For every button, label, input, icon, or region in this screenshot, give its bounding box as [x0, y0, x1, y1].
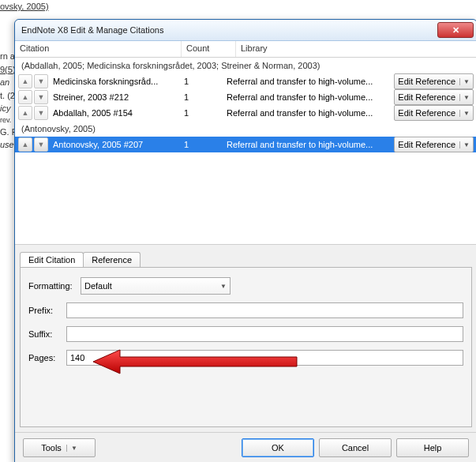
edit-panel: Edit Citation Reference Formatting: Defa… — [15, 245, 476, 432]
tab-reference[interactable]: Reference — [83, 252, 141, 267]
chevron-down-icon: ▼ — [459, 78, 470, 85]
move-up-button[interactable]: ▲ — [18, 106, 32, 120]
move-down-button[interactable]: ▼ — [34, 106, 48, 120]
arrow-down-icon: ▼ — [38, 93, 45, 101]
edit-citation-tabpanel: Formatting: Default ▼ Prefix: Suffix: Pa… — [20, 267, 472, 427]
col-citation[interactable]: Citation — [15, 41, 182, 57]
citation-row[interactable]: ▲ ▼ Medicinska forskningsråd... 1 Referr… — [15, 73, 476, 89]
arrow-up-icon: ▲ — [22, 109, 29, 117]
arrow-up-icon: ▲ — [22, 77, 29, 85]
arrow-down-icon: ▼ — [38, 109, 45, 117]
formatting-select[interactable]: Default ▼ — [81, 277, 231, 295]
chevron-down-icon: ▼ — [66, 445, 77, 452]
move-up-button[interactable]: ▲ — [18, 74, 32, 88]
window-title: EndNote X8 Edit & Manage Citations — [21, 25, 437, 35]
move-down-button[interactable]: ▼ — [34, 90, 48, 104]
edit-reference-button[interactable]: Edit Reference▼ — [394, 105, 474, 121]
button-bar: Tools▼ OK Cancel Help — [15, 432, 476, 462]
prefix-label: Prefix: — [28, 306, 66, 315]
tabstrip: Edit Citation Reference — [20, 250, 472, 267]
citation-count: 1 — [184, 77, 227, 86]
pages-label: Pages: — [28, 353, 66, 362]
close-icon: ✕ — [452, 25, 459, 36]
close-button[interactable]: ✕ — [437, 22, 474, 38]
citation-count: 1 — [184, 92, 227, 102]
arrow-down-icon: ▼ — [38, 141, 45, 148]
citation-row[interactable]: ▲ ▼ Antonovsky, 2005 #207 1 Referral and… — [15, 137, 476, 152]
column-headers: Citation Count Library — [15, 41, 476, 58]
citation-group-label: (Antonovsky, 2005) — [15, 121, 476, 137]
ok-button[interactable]: OK — [242, 438, 314, 457]
citation-library: Referral and transfer to high-volume... — [227, 77, 391, 86]
chevron-down-icon: ▼ — [220, 283, 227, 290]
arrow-down-icon: ▼ — [38, 77, 45, 85]
edit-reference-button[interactable]: Edit Reference▼ — [394, 89, 474, 105]
citation-count: 1 — [184, 140, 227, 149]
citation-count: 1 — [184, 108, 227, 118]
move-up-button[interactable]: ▲ — [18, 90, 32, 104]
col-library[interactable]: Library — [236, 41, 476, 57]
citation-text: Antonovsky, 2005 #207 — [53, 140, 184, 149]
chevron-down-icon: ▼ — [459, 94, 470, 101]
suffix-label: Suffix: — [28, 329, 66, 339]
citation-list: (Abdallah, 2005; Medicinska forskningsrå… — [15, 58, 476, 244]
edit-reference-button[interactable]: Edit Reference▼ — [394, 73, 474, 89]
formatting-value: Default — [84, 281, 112, 291]
edit-manage-citations-dialog: EndNote X8 Edit & Manage Citations ✕ Cit… — [14, 19, 476, 462]
col-count[interactable]: Count — [182, 41, 236, 57]
move-down-button[interactable]: ▼ — [34, 137, 48, 152]
chevron-down-icon: ▼ — [459, 141, 470, 148]
citation-group-label: (Abdallah, 2005; Medicinska forskningsrå… — [15, 58, 476, 73]
tools-button[interactable]: Tools▼ — [23, 438, 96, 457]
citation-row[interactable]: ▲ ▼ Abdallah, 2005 #154 1 Referral and t… — [15, 105, 476, 121]
citation-text: Abdallah, 2005 #154 — [53, 108, 184, 118]
tab-edit-citation[interactable]: Edit Citation — [20, 252, 84, 267]
edit-reference-button[interactable]: Edit Reference▼ — [394, 137, 474, 152]
pages-input[interactable] — [66, 350, 463, 366]
chevron-down-icon: ▼ — [459, 110, 470, 117]
citation-library: Referral and transfer to high-volume... — [227, 92, 391, 102]
citation-library: Referral and transfer to high-volume... — [227, 108, 391, 118]
cancel-button[interactable]: Cancel — [319, 438, 392, 457]
citation-library: Referral and transfer to high-volume... — [227, 140, 391, 149]
citation-row[interactable]: ▲ ▼ Streiner, 2003 #212 1 Referral and t… — [15, 89, 476, 105]
citation-text: Medicinska forskningsråd... — [53, 77, 184, 86]
suffix-input[interactable] — [66, 326, 463, 342]
arrow-up-icon: ▲ — [22, 141, 29, 148]
arrow-up-icon: ▲ — [22, 93, 29, 101]
help-button[interactable]: Help — [396, 438, 469, 457]
move-up-button[interactable]: ▲ — [18, 137, 32, 152]
formatting-label: Formatting: — [28, 281, 81, 291]
prefix-input[interactable] — [66, 302, 463, 318]
titlebar: EndNote X8 Edit & Manage Citations ✕ — [15, 20, 476, 41]
citation-text: Streiner, 2003 #212 — [53, 92, 184, 102]
move-down-button[interactable]: ▼ — [34, 74, 48, 88]
